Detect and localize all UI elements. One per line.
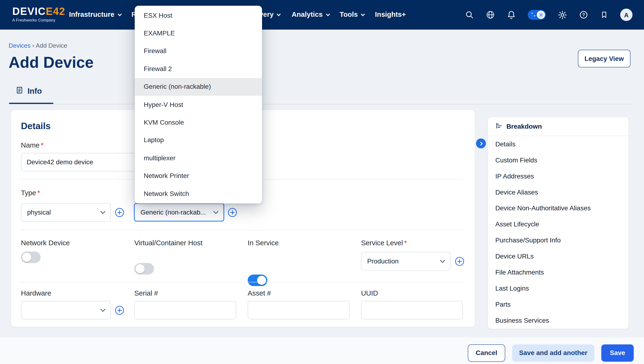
nav-item-infrastructure[interactable]: Infrastructure (69, 0, 121, 30)
network-device-label: Network Device (21, 239, 70, 247)
type-select[interactable]: physical (21, 203, 111, 221)
dropdown-option[interactable]: Hyper-V Host (135, 96, 262, 114)
breakdown-item-asset-lifecycle[interactable]: Asset Lifecycle (488, 216, 628, 232)
breakdown-item-device-non-authoritative-aliases[interactable]: Device Non-Authoritative Aliases (488, 200, 628, 216)
add-service-level-button[interactable] (454, 256, 464, 266)
chevron-down-icon (326, 12, 330, 16)
navbar-actions: ? A (465, 0, 632, 30)
service-level-select[interactable]: Production (361, 252, 450, 270)
bookmark-icon[interactable] (600, 11, 608, 19)
legacy-view-button[interactable]: Legacy View (578, 50, 630, 68)
bell-icon[interactable] (507, 11, 516, 19)
add-type-button[interactable] (115, 207, 124, 217)
required-mark: * (404, 239, 407, 247)
virtual-host-toggle[interactable] (134, 263, 154, 274)
breakdown-item-details[interactable]: Details (488, 136, 628, 152)
dropdown-option[interactable]: Firewall (135, 42, 262, 60)
network-device-toggle[interactable] (21, 252, 41, 263)
serial-input[interactable] (134, 301, 236, 319)
chevron-right-icon (478, 141, 482, 145)
service-level-label: Service Level* (361, 239, 407, 247)
breakdown-item-custom-fields[interactable]: Custom Fields (488, 152, 628, 168)
page-title: Add Device (9, 54, 94, 72)
breakdown-item-last-logins[interactable]: Last Logins (488, 280, 628, 296)
virtual-host-label: Virtual/Container Host (134, 239, 202, 247)
breakdown-title: Breakdown (506, 123, 542, 130)
breadcrumb-current: Add Device (36, 42, 67, 49)
details-section-title: Details (21, 121, 51, 132)
svg-text:?: ? (582, 12, 585, 17)
device42-logo[interactable]: DEVICE42 A Freshworks Company (12, 6, 65, 22)
nav-item-tools[interactable]: Tools (340, 0, 364, 30)
dropdown-option[interactable]: Firewall 2 (135, 60, 262, 78)
type-label: Type* (21, 189, 40, 197)
dropdown-option[interactable]: Network Printer (135, 167, 262, 185)
dropdown-option[interactable]: KVM Console (135, 114, 262, 132)
uuid-input[interactable] (361, 301, 463, 319)
logo-tagline: A Freshworks Company (12, 18, 65, 22)
chevron-down-icon (213, 209, 218, 214)
tab-info[interactable]: Info (16, 86, 42, 96)
chevron-down-icon (361, 12, 365, 16)
add-hardware-button[interactable] (115, 305, 124, 315)
gear-icon[interactable] (558, 10, 567, 20)
theme-toggle-dot (532, 13, 533, 14)
dropdown-option-selected[interactable]: Generic (non-rackable) (135, 78, 262, 96)
serial-label: Serial # (134, 289, 158, 298)
asset-label: Asset # (248, 289, 271, 298)
divider (21, 230, 463, 230)
breakdown-item-ip-addresses[interactable]: IP Addresses (488, 168, 628, 184)
collapse-panel-button[interactable] (476, 139, 486, 149)
theme-toggle[interactable] (528, 10, 546, 20)
asset-input[interactable] (248, 301, 350, 319)
in-service-label: In Service (248, 239, 279, 247)
chevron-down-icon (277, 12, 281, 16)
dropdown-option[interactable]: Network Switch (135, 185, 262, 203)
hardware-select[interactable] (21, 301, 111, 319)
toggle-knob (136, 264, 144, 273)
breadcrumb: Devices › Add Device (9, 42, 67, 49)
breakdown-icon (496, 122, 503, 131)
breakdown-panel: Breakdown Details Custom Fields IP Addre… (488, 117, 628, 329)
chevron-down-icon (440, 257, 445, 263)
search-icon[interactable] (465, 11, 474, 19)
dropdown-option[interactable]: multiplexer (135, 149, 262, 167)
name-label: Name* (21, 141, 44, 150)
dropdown-option[interactable]: EXAMPLE (135, 24, 262, 42)
hardware-label: Hardware (21, 289, 51, 298)
logo-text: DEVICE42 (12, 6, 65, 17)
divider (21, 282, 463, 282)
save-button[interactable]: Save (601, 344, 634, 362)
breakdown-item-device-urls[interactable]: Device URLs (488, 248, 628, 264)
top-navbar: DEVICE42 A Freshworks Company Infrastruc… (0, 0, 644, 30)
globe-icon[interactable] (486, 11, 495, 19)
breakdown-item-purchase-support-info[interactable]: Purchase/Support Info (488, 232, 628, 248)
avatar[interactable]: A (620, 9, 632, 21)
nav-item-analytics[interactable]: Analytics (292, 0, 329, 30)
document-icon (16, 86, 23, 96)
tab-divider (9, 104, 632, 104)
breakdown-item-file-attachments[interactable]: File Attachments (488, 264, 628, 280)
breadcrumb-devices-link[interactable]: Devices (9, 42, 31, 49)
breakdown-item-parts[interactable]: Parts (488, 296, 628, 312)
theme-toggle-knob (537, 11, 545, 19)
subtype-select[interactable]: Generic (non-rackab... (134, 203, 224, 221)
toggle-knob (22, 253, 31, 262)
cancel-button[interactable]: Cancel (468, 344, 505, 362)
breakdown-header: Breakdown (488, 117, 628, 136)
service-level-value: Production (367, 257, 399, 265)
help-icon[interactable]: ? (579, 11, 588, 19)
toggle-knob (257, 276, 266, 285)
nav-item-insights[interactable]: Insights+ (375, 0, 406, 30)
add-subtype-button[interactable] (228, 207, 238, 217)
required-mark: * (41, 141, 44, 149)
save-and-add-another-button[interactable]: Save and add another (512, 344, 594, 362)
breakdown-item-device-aliases[interactable]: Device Aliases (488, 184, 628, 200)
footer-bar: Cancel Save and add another Save (0, 337, 644, 364)
chevron-down-icon (100, 209, 106, 214)
dropdown-option[interactable]: Laptop (135, 132, 262, 149)
subtype-select-value: Generic (non-rackab... (140, 209, 206, 216)
in-service-toggle[interactable] (248, 274, 268, 286)
breakdown-item-business-services[interactable]: Business Services (488, 312, 628, 328)
dropdown-option[interactable]: ESX Host (135, 7, 262, 25)
